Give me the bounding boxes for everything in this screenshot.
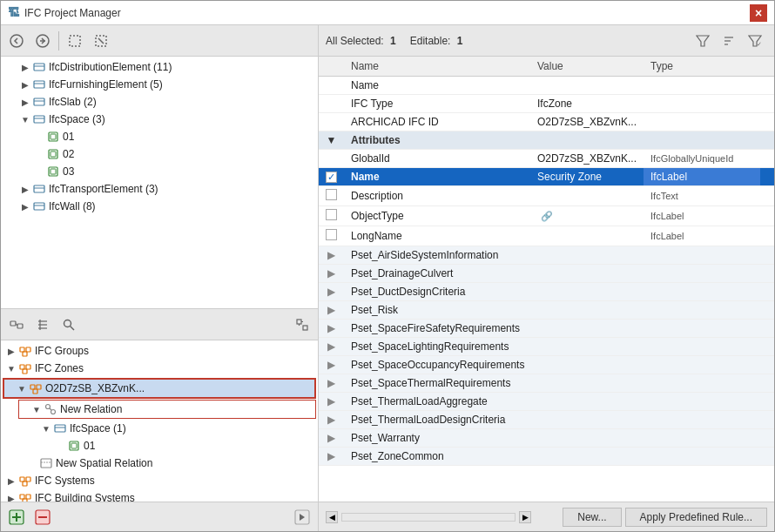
sort-button[interactable] xyxy=(717,29,741,53)
pset-expand[interactable]: ▶ xyxy=(319,338,344,356)
expander-new-relation[interactable]: ▼ xyxy=(30,402,44,416)
pset-row[interactable]: ▶ Pset_SpaceLightingRequirements xyxy=(319,338,774,356)
tree-item-new-spatial[interactable]: ▶ New Spatial Relation xyxy=(1,455,318,472)
scroll-right-button[interactable]: ▶ xyxy=(519,511,531,523)
expander-ifc-groups[interactable]: ▶ xyxy=(4,344,18,358)
pset-expand[interactable]: ▶ xyxy=(319,393,344,411)
cell-spacer xyxy=(760,246,774,265)
security-zone-icon xyxy=(29,381,43,395)
expander-ifc-slab[interactable]: ▶ xyxy=(18,95,32,109)
horizontal-scrollbar[interactable] xyxy=(341,513,516,522)
tree-item-security-zone[interactable]: ▼ O2D7zSB_XBZvnK... xyxy=(3,378,316,399)
table-row: GlobalId O2D7zSB_XBZvnK... IfcGloballyUn… xyxy=(319,150,774,168)
section-expand-icon[interactable]: ▼ xyxy=(319,131,344,150)
pset-row[interactable]: ▶ Pset_SpaceThermalRequirements xyxy=(319,374,774,393)
pset-row[interactable]: ▶ Pset_SpaceOccupancyRequirements xyxy=(319,356,774,374)
expander-security-zone[interactable]: ▼ xyxy=(15,381,29,395)
cell-check[interactable] xyxy=(319,186,344,206)
move-right-button[interactable] xyxy=(290,505,314,529)
expander-ifc-transport[interactable]: ▶ xyxy=(18,182,32,196)
cell-spacer xyxy=(760,131,774,150)
tree-item-space-03[interactable]: ▶ 03 xyxy=(1,163,318,180)
pset-expand[interactable]: ▶ xyxy=(319,356,344,374)
tree-item-ifc-dist[interactable]: ▶ IfcDistributionElement (11) xyxy=(1,58,318,76)
pset-row[interactable]: ▶ Pset_ThermalLoadAggregate xyxy=(319,393,774,411)
pset-expand[interactable]: ▶ xyxy=(319,246,344,265)
pset-expand[interactable]: ▶ xyxy=(319,265,344,283)
lower-tree[interactable]: ▶ IFC Groups ▼ IFC Zones xyxy=(1,340,318,502)
svg-rect-20 xyxy=(34,185,44,192)
col-name: Name xyxy=(344,57,530,77)
second-toolbar xyxy=(1,309,318,340)
add-button[interactable] xyxy=(4,505,29,529)
tree-item-new-relation[interactable]: ▼ New Relation xyxy=(18,400,316,419)
table-section-header[interactable]: ▼ Attributes xyxy=(319,131,774,150)
pset-row[interactable]: ▶ Pset_DuctDesignCriteria xyxy=(319,283,774,301)
svg-rect-10 xyxy=(34,98,44,105)
svg-rect-44 xyxy=(37,385,41,389)
ifc-element-icon xyxy=(32,112,46,126)
tree-item-ifc-transport[interactable]: ▶ IfcTransportElement (3) xyxy=(1,180,318,198)
expander-ifc-space[interactable]: ▼ xyxy=(18,112,32,126)
pset-expand[interactable]: ▶ xyxy=(319,448,344,466)
cell-name: ObjectType xyxy=(344,206,530,226)
expander-ifc-dist[interactable]: ▶ xyxy=(18,60,32,74)
pset-row[interactable]: ▶ Pset_DrainageCulvert xyxy=(319,265,774,283)
back-button[interactable] xyxy=(4,29,29,53)
add-relation-button[interactable] xyxy=(4,313,29,337)
expander-ifc-space-zone[interactable]: ▼ xyxy=(39,421,53,435)
expander-ifc-systems[interactable]: ▶ xyxy=(4,474,18,488)
tree-item-ifc-zones[interactable]: ▼ IFC Zones xyxy=(1,360,318,377)
pset-row[interactable]: ▶ Pset_SpaceFireSafetyRequirements xyxy=(319,320,774,338)
pset-expand[interactable]: ▶ xyxy=(319,374,344,393)
table-row-selected[interactable]: ✓ Name Security Zone IfcLabel xyxy=(319,168,774,186)
pset-row[interactable]: ▶ Pset_Risk xyxy=(319,301,774,320)
tree-item-ifc-building-systems[interactable]: ▶ IFC Building Systems xyxy=(1,489,318,502)
pset-row[interactable]: ▶ Pset_ZoneCommon xyxy=(319,448,774,466)
pset-row[interactable]: ▶ Pset_ThermalLoadDesignCriteria xyxy=(319,411,774,429)
tree-expand-button[interactable] xyxy=(30,313,55,337)
tree-item-space-01-zone[interactable]: ▶ 01 xyxy=(1,437,318,455)
search-button[interactable] xyxy=(57,313,81,337)
tree-item-ifc-wall[interactable]: ▶ IfcWall (8) xyxy=(1,198,318,215)
tree-item-space-01[interactable]: ▶ 01 xyxy=(1,128,318,145)
new-button[interactable]: New... xyxy=(563,508,621,527)
svg-rect-56 xyxy=(26,477,30,481)
pset-row[interactable]: ▶ Pset_Warranty xyxy=(319,429,774,448)
svg-rect-59 xyxy=(26,495,30,499)
cell-check[interactable] xyxy=(319,206,344,226)
cell-check[interactable]: ✓ xyxy=(319,168,344,186)
pset-expand[interactable]: ▶ xyxy=(319,411,344,429)
delete-button[interactable] xyxy=(30,505,55,529)
tree-item-ifc-groups[interactable]: ▶ IFC Groups xyxy=(1,342,318,360)
tree-item-ifc-systems[interactable]: ▶ IFC Systems xyxy=(1,472,318,489)
tree-item-ifc-space[interactable]: ▼ IfcSpace (3) xyxy=(1,111,318,128)
apply-predefined-button[interactable]: Apply Predefined Rule... xyxy=(625,508,767,527)
cell-check[interactable] xyxy=(319,226,344,246)
pset-row[interactable]: ▶ Pset_AirSideSystemInformation xyxy=(319,246,774,265)
expander-ifc-furn[interactable]: ▶ xyxy=(18,77,32,91)
tree-item-ifc-space-zone[interactable]: ▼ IfcSpace (1) xyxy=(1,420,318,437)
tree-item-space-02[interactable]: ▶ 02 xyxy=(1,145,318,163)
expander-ifc-building[interactable]: ▶ xyxy=(4,491,18,502)
pset-label: Pset_SpaceOccupancyRequirements xyxy=(344,356,760,374)
pset-expand[interactable]: ▶ xyxy=(319,320,344,338)
filter2-button[interactable]: ✓ xyxy=(743,29,767,53)
svg-rect-53 xyxy=(41,459,51,468)
pset-expand[interactable]: ▶ xyxy=(319,301,344,320)
forward-button[interactable] xyxy=(30,29,55,53)
expander-ifc-zones[interactable]: ▼ xyxy=(4,361,18,375)
deselect-button[interactable] xyxy=(89,29,113,53)
cell-type: IfcLabel xyxy=(644,206,760,226)
tree-item-ifc-furn[interactable]: ▶ IfcFurnishingElement (5) xyxy=(1,76,318,93)
pset-expand[interactable]: ▶ xyxy=(319,429,344,448)
close-button[interactable]: × xyxy=(750,4,767,22)
fit-view-button[interactable] xyxy=(290,313,314,337)
upper-tree[interactable]: ▶ IfcDistributionElement (11) ▶ IfcFurni… xyxy=(1,57,318,309)
expander-ifc-wall[interactable]: ▶ xyxy=(18,199,32,213)
scroll-left-button[interactable]: ◀ xyxy=(326,511,338,523)
select-frame-button[interactable] xyxy=(63,29,87,53)
filter-button[interactable] xyxy=(691,29,715,53)
tree-item-ifc-slab[interactable]: ▶ IfcSlab (2) xyxy=(1,93,318,111)
pset-expand[interactable]: ▶ xyxy=(319,283,344,301)
